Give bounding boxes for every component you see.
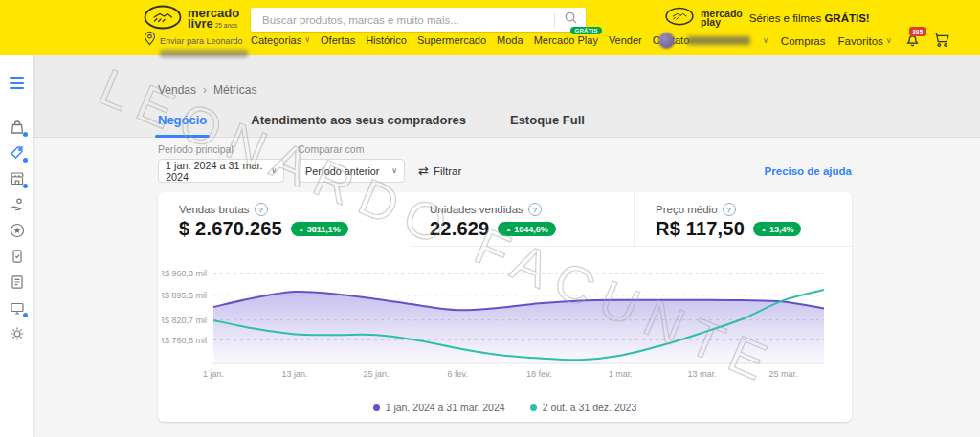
delta-badge: ▲13,4% bbox=[753, 222, 801, 236]
account-links: ComprasFavoritos∨ bbox=[781, 35, 892, 47]
left-sidebar bbox=[0, 55, 33, 437]
sidebar-item-screen[interactable] bbox=[9, 299, 26, 317]
mercado-livre-logo[interactable]: mercado livre25 anos bbox=[144, 5, 239, 33]
hand-coin-icon bbox=[9, 200, 26, 216]
notification-count-badge: 385 bbox=[909, 27, 926, 36]
chevron-down-icon: ∨ bbox=[304, 36, 310, 44]
sidebar-item-document[interactable] bbox=[9, 273, 26, 291]
compare-label: Comparar com bbox=[298, 143, 405, 155]
help-link[interactable]: Preciso de ajuda bbox=[765, 165, 852, 177]
metrics-card: Vendas brutas?$ 2.670.265▲3811,1%Unidade… bbox=[158, 192, 852, 422]
logo-25-anos: 25 anos bbox=[215, 22, 237, 29]
tabs: NegócioAtendimento aos seus compradoresE… bbox=[158, 113, 585, 137]
notification-dot bbox=[23, 184, 28, 188]
account-link-compras[interactable]: Compras bbox=[781, 35, 826, 47]
main-area: Vendas›Métricas NegócioAtendimento aos s… bbox=[33, 55, 980, 437]
help-icon[interactable]: ? bbox=[723, 203, 736, 216]
metric-label: Unidades vendidas? bbox=[430, 203, 634, 216]
metric-header-row: Vendas brutas?$ 2.670.265▲3811,1%Unidade… bbox=[158, 192, 852, 247]
nav-item-supermercado[interactable]: Supermercado bbox=[417, 34, 486, 46]
svg-text:R$ 820,7 mil: R$ 820,7 mil bbox=[162, 316, 207, 325]
breadcrumb-item-metricas[interactable]: Métricas bbox=[213, 83, 256, 97]
nav-item-historico[interactable]: Histórico bbox=[366, 34, 407, 46]
svg-text:25 mar.: 25 mar. bbox=[768, 369, 797, 379]
search-input[interactable] bbox=[251, 14, 554, 26]
menu-icon[interactable] bbox=[10, 77, 24, 89]
help-icon[interactable]: ? bbox=[528, 203, 542, 216]
svg-text:13 jan.: 13 jan. bbox=[282, 369, 308, 379]
notification-dot bbox=[23, 313, 28, 317]
breadcrumb-item-vendas[interactable]: Vendas bbox=[158, 83, 196, 97]
chevron-down-icon: ∨ bbox=[271, 167, 277, 175]
document-icon bbox=[9, 277, 26, 294]
svg-text:13 mar.: 13 mar. bbox=[687, 369, 716, 379]
nav-item-vender[interactable]: Vender bbox=[609, 34, 642, 46]
nav-item-ofertas[interactable]: Ofertas bbox=[321, 34, 355, 46]
sidebar-item-bag[interactable] bbox=[9, 119, 26, 136]
chevron-down-icon: ∨ bbox=[763, 37, 768, 45]
help-icon[interactable]: ? bbox=[255, 203, 268, 216]
metric-preco-medio[interactable]: Preço médio?R$ 117,50▲13,4% bbox=[635, 192, 852, 247]
gear-icon bbox=[9, 329, 26, 345]
sidebar-item-hand-coin[interactable] bbox=[9, 196, 26, 213]
sidebar-item-store[interactable] bbox=[9, 170, 26, 187]
svg-text:R$ 960,3 mil: R$ 960,3 mil bbox=[162, 269, 207, 278]
account-area: ∨ ComprasFavoritos∨ 385 bbox=[658, 32, 951, 50]
sidebar-item-device[interactable] bbox=[9, 248, 26, 265]
ship-to-address[interactable]: Enviar para Leonardo bbox=[144, 31, 248, 57]
delta-badge: ▲1044,6% bbox=[498, 222, 555, 236]
account-link-favoritos[interactable]: Favoritos∨ bbox=[838, 35, 892, 47]
search-bar bbox=[251, 8, 586, 32]
avatar[interactable] bbox=[658, 33, 675, 49]
notification-dot bbox=[23, 158, 28, 163]
chevron-down-icon: ∨ bbox=[391, 167, 397, 175]
chevron-down-icon: ∨ bbox=[886, 37, 892, 45]
metric-label: Preço médio? bbox=[656, 203, 852, 216]
legend-item-1-jan-2024-a-31-mar-2024[interactable]: 1 jan. 2024 a 31 mar. 2024 bbox=[373, 402, 505, 413]
metric-value: 22.629 bbox=[430, 218, 489, 240]
up-triangle-icon: ▲ bbox=[299, 227, 304, 232]
cart-button[interactable] bbox=[933, 32, 951, 50]
tab-negocio[interactable]: Negócio bbox=[158, 113, 207, 137]
account-name-blurred[interactable] bbox=[687, 36, 750, 45]
metric-vendas-brutas[interactable]: Vendas brutas?$ 2.670.265▲3811,1% bbox=[158, 192, 412, 247]
breadcrumb-separator: › bbox=[203, 83, 207, 97]
metric-value: $ 2.670.265 bbox=[179, 218, 282, 240]
legend-dot bbox=[373, 404, 380, 411]
metric-label: Vendas brutas? bbox=[179, 203, 412, 216]
sidebar-item-gear[interactable] bbox=[9, 325, 26, 342]
handshake-logo-icon bbox=[144, 5, 182, 33]
shipping-address-blurred bbox=[160, 50, 248, 57]
main-period-label: Período principal bbox=[158, 143, 284, 155]
notifications-button[interactable]: 385 bbox=[904, 32, 921, 50]
compare-period-select[interactable]: Período anterior ∨ bbox=[298, 159, 405, 183]
svg-text:25 jan.: 25 jan. bbox=[364, 369, 390, 379]
chart-area: R$ 960,3 milR$ 895,5 milR$ 820,7 milR$ 7… bbox=[158, 247, 852, 386]
rewards-icon bbox=[9, 226, 26, 242]
device-icon bbox=[9, 251, 26, 268]
legend-dot bbox=[530, 404, 537, 411]
content-area: Período principal 1 jan. 2024 a 31 mar. … bbox=[33, 138, 980, 437]
sales-line-chart[interactable]: R$ 960,3 milR$ 895,5 milR$ 820,7 milR$ 7… bbox=[162, 260, 832, 382]
svg-text:1 jan.: 1 jan. bbox=[203, 369, 224, 379]
tab-estoque-full[interactable]: Estoque Full bbox=[510, 113, 585, 137]
nav-item-mercado-play[interactable]: Mercado PlayGRÁTIS bbox=[534, 34, 598, 46]
metric-unidades-vendidas[interactable]: Unidades vendidas?22.629▲1044,6% bbox=[412, 192, 635, 247]
mercado-play-banner[interactable]: mercadoplay Séries e filmes GRÁTIS! bbox=[665, 7, 870, 30]
nav-item-moda[interactable]: Moda bbox=[497, 34, 523, 46]
sidebar-item-rewards[interactable] bbox=[9, 222, 26, 239]
main-period-select[interactable]: 1 jan. 2024 a 31 mar. 2024 ∨ bbox=[158, 159, 284, 183]
legend-item-2-out-a-31-dez-2023[interactable]: 2 out. a 31 dez. 2023 bbox=[530, 402, 637, 413]
sidebar-item-tag[interactable] bbox=[9, 144, 26, 162]
delta-badge: ▲3811,1% bbox=[291, 222, 348, 236]
location-pin-icon bbox=[144, 31, 156, 50]
filter-button[interactable]: ⇄ Filtrar bbox=[418, 164, 461, 177]
nav-item-categorias[interactable]: Categorias∨ bbox=[251, 34, 310, 46]
seller-metrics-page: mercado livre25 anos mercadoplay Séries … bbox=[0, 0, 980, 437]
tab-atendimento-aos-seus-compradores[interactable]: Atendimento aos seus compradores bbox=[251, 113, 466, 137]
svg-text:1 mar.: 1 mar. bbox=[609, 369, 633, 379]
main-nav: Categorias∨OfertasHistóricoSupermercadoM… bbox=[251, 34, 689, 46]
up-triangle-icon: ▲ bbox=[761, 227, 767, 232]
filters-row: Período principal 1 jan. 2024 a 31 mar. … bbox=[158, 138, 852, 183]
filter-arrows-icon: ⇄ bbox=[418, 164, 429, 177]
